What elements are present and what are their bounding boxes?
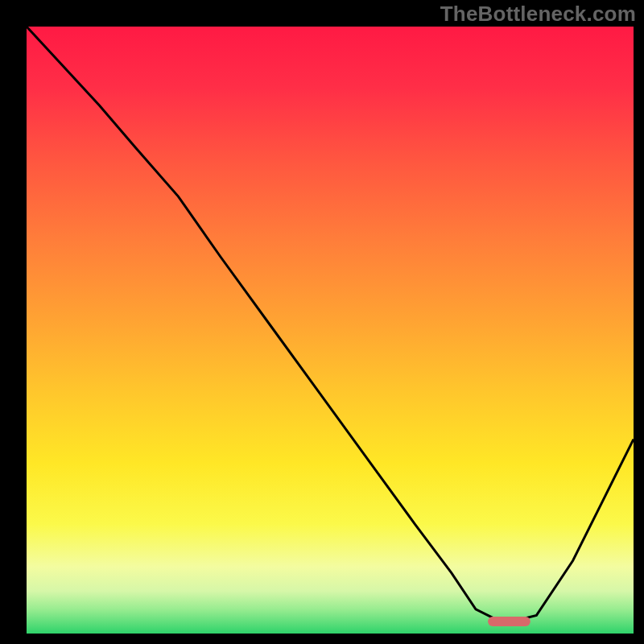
bottleneck-chart [0,0,644,644]
chart-frame: TheBottleneck.com [0,0,644,644]
plot-background [27,27,634,634]
optimal-range-marker [488,617,530,626]
